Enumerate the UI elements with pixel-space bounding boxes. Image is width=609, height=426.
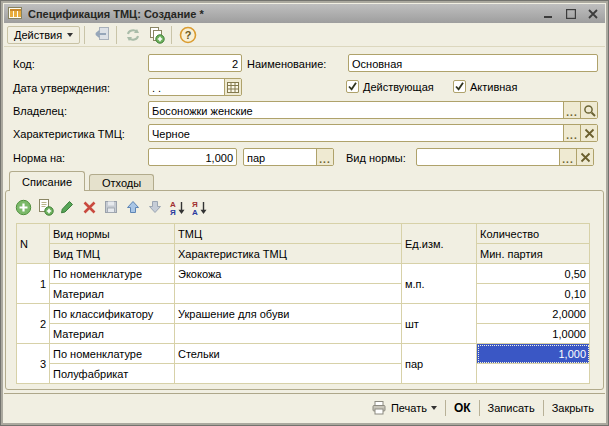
select-button[interactable]: ...	[563, 125, 580, 141]
minimize-button[interactable]	[540, 6, 557, 21]
svg-text:А: А	[192, 208, 198, 216]
reread-icon[interactable]	[90, 25, 111, 45]
approval-date-field[interactable]: . .	[148, 78, 242, 96]
header-tmc-char[interactable]: Характеристика ТМЦ	[175, 244, 402, 264]
header-tmc[interactable]: ТМЦ	[175, 224, 402, 244]
search-icon[interactable]	[580, 102, 597, 118]
owner-field[interactable]: Босоножки женские ...	[148, 101, 598, 119]
end-edit-icon[interactable]	[102, 198, 120, 216]
table-row[interactable]: Материал 0,10	[17, 284, 590, 304]
characteristic-field[interactable]: Черное ...	[148, 124, 598, 142]
selected-cell[interactable]: 1,000	[477, 344, 590, 364]
select-button[interactable]: ...	[559, 149, 576, 165]
clear-icon[interactable]	[576, 149, 593, 165]
characteristic-label: Характеристика ТМЦ:	[13, 128, 125, 140]
table-row[interactable]: 3 По номенклатуре Стельки пар 1,000	[17, 344, 590, 364]
header-min-batch[interactable]: Мин. партия	[477, 244, 590, 264]
owner-label: Владелец:	[13, 105, 67, 117]
move-up-icon[interactable]	[124, 198, 142, 216]
tab-writeoff[interactable]: Списание	[9, 171, 85, 191]
table-row[interactable]: Полуфабрикат	[17, 364, 590, 384]
name-field[interactable]: Основная	[348, 54, 598, 72]
print-button[interactable]: Печать	[363, 398, 445, 418]
table-row[interactable]: 2 По классификатору Украшение для обуви …	[17, 304, 590, 324]
select-button[interactable]: ...	[316, 149, 333, 165]
edit-row-icon[interactable]	[58, 198, 76, 216]
clear-icon[interactable]	[580, 125, 597, 141]
chevron-down-icon	[431, 406, 437, 410]
select-button[interactable]: ...	[563, 102, 580, 118]
calendar-icon[interactable]	[224, 79, 241, 95]
checkbox-box	[346, 80, 359, 93]
footer-bar: Печать ОК Записать Закрыть	[4, 393, 605, 422]
header-norm-kind[interactable]: Вид нормы	[50, 224, 175, 244]
printer-icon	[371, 400, 387, 417]
toolbar-separator	[116, 26, 117, 44]
svg-text:?: ?	[184, 29, 191, 41]
spec-window: Спецификация ТМЦ: Создание * Действия	[0, 0, 609, 426]
code-field[interactable]: 2	[148, 54, 242, 72]
ok-button[interactable]: ОК	[446, 398, 479, 418]
active-checkbox[interactable]: Активная	[453, 80, 517, 93]
header-tmc-kind[interactable]: Вид ТМЦ	[50, 244, 175, 264]
acting-checkbox-label: Действующая	[363, 81, 434, 93]
toolbar-separator	[171, 26, 172, 44]
norm-per-label: Норма на:	[13, 152, 65, 164]
acting-checkbox[interactable]: Действующая	[346, 80, 434, 93]
name-label: Наименование:	[247, 58, 326, 70]
header-num[interactable]: N	[17, 224, 50, 264]
norm-kind-label: Вид нормы:	[346, 152, 406, 164]
svg-text:Я: Я	[170, 208, 176, 216]
tab-waste[interactable]: Отходы	[89, 174, 154, 191]
move-down-icon[interactable]	[146, 198, 164, 216]
norm-qty-field[interactable]: 1,000	[148, 148, 237, 166]
header-unit[interactable]: Ед.изм.	[402, 224, 477, 264]
table-header: N Вид нормы ТМЦ Ед.изм. Количество Вид Т…	[17, 224, 590, 264]
window-title: Спецификация ТМЦ: Создание *	[28, 8, 535, 20]
help-icon[interactable]: ?	[177, 25, 198, 45]
actions-label: Действия	[14, 29, 62, 41]
toolbar-separator	[84, 26, 85, 44]
save-button[interactable]: Записать	[480, 398, 543, 418]
copy-icon[interactable]	[145, 25, 166, 45]
title-bar: Спецификация ТМЦ: Создание *	[4, 4, 605, 23]
table-row[interactable]: 1 По номенклатуре Экокожа м.п. 0,50	[17, 264, 590, 284]
copy-row-icon[interactable]	[36, 198, 54, 216]
checkbox-box	[453, 80, 466, 93]
norm-kind-field[interactable]: ...	[416, 148, 594, 166]
maximize-button[interactable]	[562, 6, 579, 21]
add-row-icon[interactable]	[14, 198, 32, 216]
code-label: Код:	[13, 58, 35, 70]
table-row[interactable]: Материал 1,0000	[17, 324, 590, 344]
delete-row-icon[interactable]	[80, 198, 98, 216]
actions-menu-button[interactable]: Действия	[7, 26, 80, 44]
approval-date-label: Дата утверждения:	[13, 82, 110, 94]
active-checkbox-label: Активная	[470, 81, 517, 93]
spec-table: N Вид нормы ТМЦ Ед.изм. Количество Вид Т…	[16, 223, 590, 384]
refresh-icon[interactable]	[122, 25, 143, 45]
sort-asc-icon[interactable]: А Я	[168, 198, 186, 216]
chevron-down-icon	[67, 33, 73, 37]
main-toolbar: Действия	[4, 23, 605, 47]
close-button[interactable]	[584, 6, 601, 21]
header-qty[interactable]: Количество	[477, 224, 590, 244]
norm-unit-field[interactable]: пар ...	[243, 148, 334, 166]
sort-desc-icon[interactable]: Я А	[190, 198, 208, 216]
document-icon	[8, 6, 23, 22]
close-form-button[interactable]: Закрыть	[544, 398, 602, 418]
